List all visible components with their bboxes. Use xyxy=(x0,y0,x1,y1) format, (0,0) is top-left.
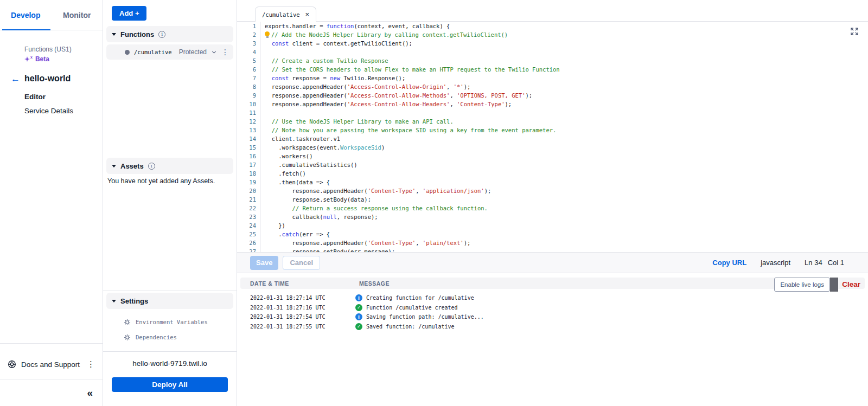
code-token: , xyxy=(450,92,457,99)
success-check-icon: ✓ xyxy=(355,323,362,330)
save-button[interactable]: Save xyxy=(250,256,278,270)
code-line[interactable]: .workers() xyxy=(265,152,863,160)
docs-and-support[interactable]: Docs and Support ⋮ xyxy=(0,353,103,375)
line-number: 10 xyxy=(237,100,256,108)
code-token: response = xyxy=(289,75,330,81)
collapse-sidebar-icon[interactable]: « xyxy=(87,388,93,398)
divider xyxy=(0,343,103,344)
enable-live-logs-button[interactable]: Enable live logs xyxy=(774,278,830,292)
fullscreen-expand-icon[interactable] xyxy=(850,27,859,36)
line-number: 16 xyxy=(237,152,256,160)
log-row: 2022-01-31 18:27:55 UTC✓Saved function: … xyxy=(250,322,855,332)
code-token: ); xyxy=(464,83,471,90)
code-line[interactable]: response.appendHeader('Access-Control-Al… xyxy=(265,91,863,100)
info-icon[interactable]: i xyxy=(148,163,155,170)
code-line[interactable]: // Add the NodeJS Helper Library by call… xyxy=(265,30,863,39)
code-line[interactable]: response.appendHeader('Content-Type', 'a… xyxy=(265,186,863,195)
line-number: 8 xyxy=(237,82,256,91)
disclosure-triangle-icon xyxy=(112,300,116,302)
docs-label: Docs and Support xyxy=(21,360,80,369)
settings-item-dependencies[interactable]: Dependencies xyxy=(106,330,233,345)
code-token: ) xyxy=(381,144,385,151)
code-line[interactable]: response.setBody(data); xyxy=(265,195,863,204)
code-token xyxy=(265,127,272,133)
deploy-all-button[interactable]: Deploy All xyxy=(112,377,228,392)
code-line[interactable]: // Return a success response using the c… xyxy=(265,204,863,212)
function-kebab-icon[interactable]: ⋮ xyxy=(221,48,229,56)
code-line[interactable]: .fetch() xyxy=(265,169,863,178)
code-line[interactable]: callback(null, response); xyxy=(265,212,863,221)
line-number: 5 xyxy=(237,56,256,65)
beta-label: Beta xyxy=(35,55,49,63)
editor-tab-cumulative[interactable]: /cumulative × xyxy=(255,7,316,22)
line-number: 24 xyxy=(237,221,256,230)
sidebar-item-service-details[interactable]: Service Details xyxy=(24,107,103,115)
settings-item-environment-variables[interactable]: Environment Variables xyxy=(106,314,233,330)
scrollbar-thumb[interactable] xyxy=(830,278,838,292)
tab-monitor[interactable]: Monitor xyxy=(52,0,103,30)
logs-body: 2022-01-31 18:27:14 UTCiCreating functio… xyxy=(250,293,855,331)
assets-section-header[interactable]: Assets i xyxy=(106,158,233,174)
settings-section-header[interactable]: Settings xyxy=(106,293,233,309)
code-line[interactable]: const response = new Twilio.Response(); xyxy=(265,74,863,82)
code-line[interactable]: // Note how you are passing the workspac… xyxy=(265,126,863,134)
add-button[interactable]: Add + xyxy=(112,6,146,21)
code-line[interactable]: response.appendHeader('Content-Type', 'p… xyxy=(265,239,863,247)
code-token: response.setBody(err.message); xyxy=(265,248,395,252)
code-line[interactable]: .cumulativeStatistics() xyxy=(265,160,863,169)
code-line[interactable]: response.appendHeader('Access-Control-Al… xyxy=(265,82,863,91)
code-line[interactable]: exports.handler = function(context, even… xyxy=(265,22,863,30)
code-token: (context, event, callback) { xyxy=(354,23,450,29)
lightbulb-hint-icon[interactable] xyxy=(265,31,270,38)
success-check-icon: ✓ xyxy=(355,304,362,311)
lifebuoy-icon xyxy=(8,360,16,369)
code-token: 'Access-Control-Allow-Methods' xyxy=(347,92,450,99)
code-line[interactable]: // Use the NodeJS Helper Library to make… xyxy=(265,117,863,126)
log-timestamp: 2022-01-31 18:27:16 UTC xyxy=(250,305,355,311)
language-indicator: javascript xyxy=(761,259,790,267)
code-line[interactable]: .workspaces(event.WorkspaceSid) xyxy=(265,143,863,152)
close-tab-icon[interactable]: × xyxy=(305,11,310,18)
disclosure-triangle-icon xyxy=(112,33,116,36)
docs-kebab-icon[interactable]: ⋮ xyxy=(87,359,95,369)
log-message: Function /cumulative created xyxy=(366,305,458,311)
code-token xyxy=(265,118,272,125)
code-line[interactable] xyxy=(265,48,863,56)
code-token: response.appendHeader( xyxy=(265,240,368,246)
sidebar-nav: Editor Service Details xyxy=(24,93,103,115)
sidebar-tabs: Develop Monitor xyxy=(0,0,103,30)
functions-section-header[interactable]: Functions i xyxy=(106,26,233,42)
disclosure-triangle-icon xyxy=(112,165,116,167)
line-number: 12 xyxy=(237,117,256,126)
code-line[interactable]: // Create a custom Twilio Response xyxy=(265,56,863,65)
code-line[interactable] xyxy=(265,108,863,117)
code-line[interactable]: .then(data => { xyxy=(265,178,863,186)
code-line[interactable]: .catch(err => { xyxy=(265,230,863,239)
code-editor[interactable]: 1234567891011121314151617181920212223242… xyxy=(237,22,868,252)
function-item-cumulative[interactable]: /cumulative Protected ⋮ xyxy=(106,44,233,60)
code-lines[interactable]: exports.handler = function(context, even… xyxy=(265,22,863,252)
tab-develop[interactable]: Develop xyxy=(0,0,52,30)
log-message: Saving function path: /cumulative... xyxy=(366,314,484,320)
gear-icon xyxy=(124,334,131,341)
code-token: 'Content-Type' xyxy=(457,101,505,107)
code-line[interactable]: const client = context.getTwilioClient()… xyxy=(265,39,863,48)
copy-url-link[interactable]: Copy URL xyxy=(712,259,746,267)
code-line[interactable]: }) xyxy=(265,221,863,230)
line-number: 20 xyxy=(237,186,256,195)
code-token: , xyxy=(446,83,454,90)
info-icon[interactable]: i xyxy=(158,31,165,38)
code-token: const xyxy=(272,40,289,47)
code-line[interactable]: response.setBody(err.message); xyxy=(265,247,863,252)
code-line[interactable]: // Set the CORS headers to allow Flex to… xyxy=(265,65,863,74)
code-line[interactable]: response.appendHeader('Access-Control-Al… xyxy=(265,100,863,108)
chevron-down-icon[interactable] xyxy=(211,49,217,55)
sidebar-item-editor[interactable]: Editor xyxy=(24,93,103,101)
clear-logs-button[interactable]: Clear xyxy=(842,280,860,288)
assets-empty-message: You have not yet added any Assets. xyxy=(107,177,232,185)
code-token xyxy=(265,205,292,211)
service-name: hello-world xyxy=(24,74,71,83)
code-line[interactable]: client.taskrouter.v1 xyxy=(265,134,863,143)
cancel-button[interactable]: Cancel xyxy=(283,256,320,270)
back-arrow-icon[interactable]: ← xyxy=(11,74,20,83)
